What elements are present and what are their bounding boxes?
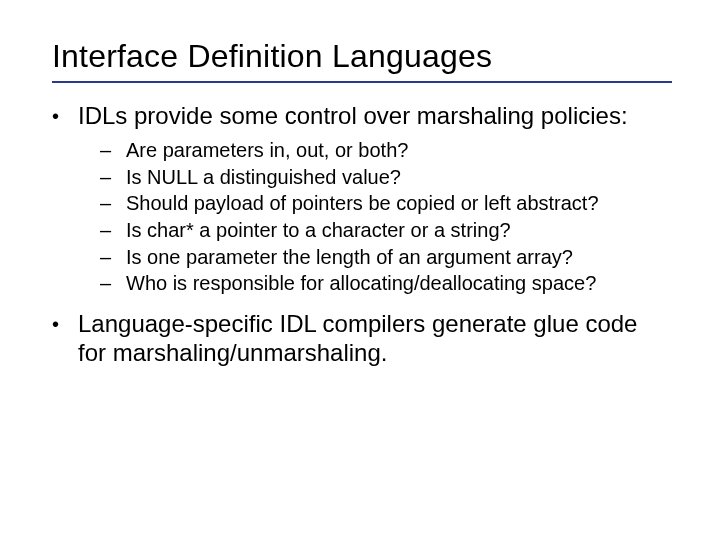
title-underline	[52, 81, 672, 83]
bullet-text: IDLs provide some control over marshalin…	[78, 101, 672, 130]
bullet-dot-icon: •	[52, 101, 78, 130]
bullet-item: • IDLs provide some control over marshal…	[52, 101, 672, 130]
sub-bullet-item: – Is NULL a distinguished value?	[100, 165, 672, 191]
sub-bullet-text: Who is responsible for allocating/deallo…	[126, 271, 672, 297]
sub-bullet-item: – Are parameters in, out, or both?	[100, 138, 672, 164]
sub-bullet-text: Are parameters in, out, or both?	[126, 138, 672, 164]
bullet-dot-icon: •	[52, 309, 78, 368]
sub-bullet-group: – Are parameters in, out, or both? – Is …	[100, 138, 672, 297]
sub-bullet-item: – Is char* a pointer to a character or a…	[100, 218, 672, 244]
bullet-item: • Language-specific IDL compilers genera…	[52, 309, 672, 368]
sub-bullet-text: Should payload of pointers be copied or …	[126, 191, 672, 217]
dash-icon: –	[100, 138, 126, 164]
dash-icon: –	[100, 191, 126, 217]
sub-bullet-item: – Is one parameter the length of an argu…	[100, 245, 672, 271]
sub-bullet-text: Is char* a pointer to a character or a s…	[126, 218, 672, 244]
sub-bullet-text: Is one parameter the length of an argume…	[126, 245, 672, 271]
sub-bullet-item: – Should payload of pointers be copied o…	[100, 191, 672, 217]
sub-bullet-item: – Who is responsible for allocating/deal…	[100, 271, 672, 297]
dash-icon: –	[100, 245, 126, 271]
dash-icon: –	[100, 165, 126, 191]
bullet-text: Language-specific IDL compilers generate…	[78, 309, 672, 368]
dash-icon: –	[100, 218, 126, 244]
content-body: • IDLs provide some control over marshal…	[52, 101, 672, 367]
dash-icon: –	[100, 271, 126, 297]
slide: Interface Definition Languages • IDLs pr…	[0, 0, 720, 540]
sub-bullet-text: Is NULL a distinguished value?	[126, 165, 672, 191]
slide-title: Interface Definition Languages	[52, 38, 672, 75]
